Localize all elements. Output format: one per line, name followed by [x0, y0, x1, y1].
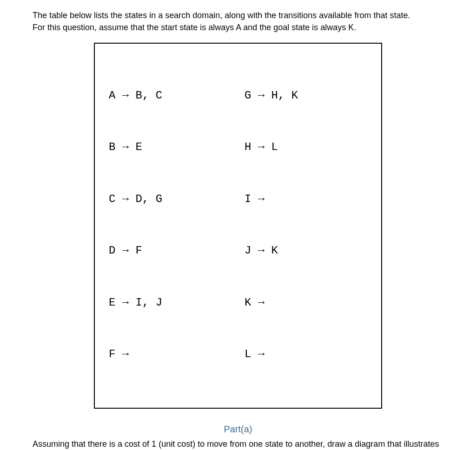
transition-row: G → H, K [245, 87, 367, 104]
part-a-text: Assuming that there is a cost of 1 (unit… [33, 438, 443, 450]
intro-paragraph: The table below lists the states in a se… [33, 9, 443, 33]
intro-line1: The table below lists the states in a se… [33, 11, 410, 20]
intro-line2: For this question, assume that the start… [33, 23, 356, 32]
transition-row: I → [245, 190, 367, 208]
transitions-col-right: G → H, K H → L I → J → K K → L → [245, 52, 367, 398]
transitions-table: A → B, C B → E C → D, G D → F E → I, J F… [94, 43, 382, 409]
transition-row: C → D, G [109, 190, 245, 208]
part-a-heading: Part(a) [33, 423, 443, 436]
transition-row: H → L [245, 138, 367, 156]
transition-row: B → E [109, 138, 245, 156]
transition-row: K → [245, 294, 367, 311]
transition-row: A → B, C [109, 87, 245, 104]
transition-row: F → [109, 346, 245, 363]
transition-row: L → [245, 346, 367, 363]
transition-row: E → I, J [109, 294, 245, 311]
transitions-col-left: A → B, C B → E C → D, G D → F E → I, J F… [109, 52, 245, 398]
transition-row: J → K [245, 242, 367, 259]
transition-row: D → F [109, 242, 245, 259]
